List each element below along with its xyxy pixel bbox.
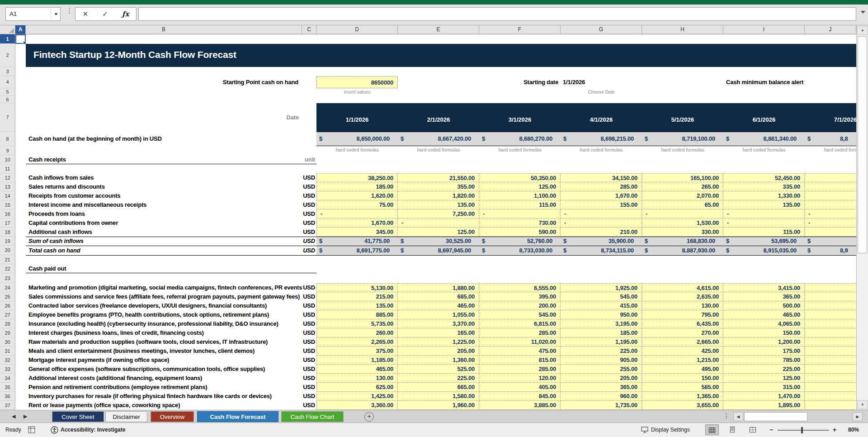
sum-row-value[interactable]: 52,760.00 xyxy=(488,237,557,246)
receipt-row-5-label[interactable]: Proceeds from loans xyxy=(26,209,302,218)
receipt-row-1-value-j[interactable] xyxy=(805,173,856,182)
column-header-B[interactable]: B xyxy=(26,25,302,34)
payout-row-10-value[interactable]: 495.00 xyxy=(642,365,723,374)
row-header-12[interactable]: 12 xyxy=(0,173,15,182)
active-cell-a1[interactable] xyxy=(15,34,26,44)
row-header-15[interactable]: 15 xyxy=(0,200,15,209)
payout-row-2-label[interactable]: Sales commissions and service fees (affi… xyxy=(26,292,302,301)
payout-row-1-value[interactable]: 1,925.00 xyxy=(561,283,642,292)
receipt-row-5-value-j[interactable]: - xyxy=(805,209,856,218)
tab-nav-left-icon[interactable]: ◀ xyxy=(12,413,15,419)
zoom-out-icon[interactable]: − xyxy=(769,426,773,433)
payout-row-6-value[interactable]: 270.00 xyxy=(642,328,723,337)
payout-row-6-value[interactable]: 165.00 xyxy=(398,328,479,337)
payout-row-5-value[interactable]: 3,370.00 xyxy=(398,319,479,328)
receipt-row-3-value[interactable]: 1,620.00 xyxy=(316,191,398,200)
payout-row-6-value[interactable]: 260.00 xyxy=(316,328,398,337)
receipt-row-3-value[interactable]: 2,070.00 xyxy=(642,191,723,200)
payout-row-11-label[interactable]: Additional interest costs (additional fi… xyxy=(26,374,302,383)
row-header-29[interactable]: 29 xyxy=(0,328,15,337)
payout-row-13-value[interactable]: 1,580.00 xyxy=(398,392,479,401)
column-header-C[interactable]: C xyxy=(302,25,316,34)
receipt-row-3-value-j[interactable] xyxy=(805,191,856,200)
payout-row-10-value[interactable]: 465.00 xyxy=(316,365,398,374)
payout-row-4-value[interactable]: 885.00 xyxy=(316,310,398,319)
payout-row-8-value[interactable]: 425.00 xyxy=(642,347,723,356)
payout-row-12-value[interactable]: 315.00 xyxy=(723,383,805,392)
column-header-H[interactable]: H xyxy=(642,25,723,34)
payout-row-14-value[interactable]: 3,655.00 xyxy=(642,401,723,410)
row-header-28[interactable]: 28 xyxy=(0,319,15,328)
zoom-slider-track[interactable] xyxy=(778,430,829,431)
payout-row-11-value[interactable]: 225.00 xyxy=(398,374,479,383)
payout-row-11-value[interactable]: 205.00 xyxy=(561,374,642,383)
spreadsheet-grid[interactable]: ABCDEFGHIJ123456789101112131415161718192… xyxy=(0,25,856,410)
payout-row-10-value[interactable]: 255.00 xyxy=(561,365,642,374)
payout-row-5-value[interactable]: 4,065.00 xyxy=(723,319,805,328)
cash-on-hand-value[interactable]: 8,698,215.00 xyxy=(570,132,638,146)
month-header-2[interactable]: 2/1/2026 xyxy=(398,103,479,132)
payout-row-7-value[interactable]: 11,020.00 xyxy=(479,337,561,347)
receipt-row-4-value[interactable]: 75.00 xyxy=(316,200,398,209)
row-header-7[interactable]: 7 xyxy=(0,103,15,132)
total-row-label[interactable]: Total cash on hand xyxy=(26,246,302,255)
payout-row-13-value[interactable]: 1,365.00 xyxy=(642,392,723,401)
receipt-row-4-value[interactable]: 115.00 xyxy=(479,200,561,209)
sheet-tab-cash-flow-forecast[interactable]: Cash Flow Forecast xyxy=(197,411,278,422)
cancel-icon[interactable]: ✕ xyxy=(83,10,89,18)
new-sheet-icon[interactable]: + xyxy=(364,412,374,422)
payout-row-1-value[interactable]: 4,615.00 xyxy=(642,283,723,292)
column-header-J[interactable]: J xyxy=(805,25,856,34)
row-header-25[interactable]: 25 xyxy=(0,292,15,301)
payout-row-4-value[interactable]: 465.00 xyxy=(723,310,805,319)
receipt-row-6-value[interactable]: 1,670.00 xyxy=(316,218,398,228)
payout-row-12-value[interactable]: 625.00 xyxy=(316,383,398,392)
receipt-row-1-value[interactable]: 34,150.00 xyxy=(561,173,642,182)
column-header-E[interactable]: E xyxy=(398,25,479,34)
total-row-value[interactable]: 8,697,945.00 xyxy=(407,246,475,255)
row-header-26[interactable]: 26 xyxy=(0,301,15,310)
payout-row-1-value[interactable]: 3,415.00 xyxy=(723,283,805,292)
receipt-row-5-value[interactable]: - xyxy=(316,209,398,218)
receipt-row-7-value[interactable]: 330.00 xyxy=(642,228,723,237)
vertical-scrollbar[interactable]: ▲ ▼ xyxy=(856,25,868,410)
payout-row-14-value[interactable]: 1,735.00 xyxy=(561,401,642,410)
payout-row-1-value[interactable]: 5,130.00 xyxy=(316,283,398,292)
payout-row-5-value[interactable]: 3,195.00 xyxy=(561,319,642,328)
zoom-in-icon[interactable]: + xyxy=(833,426,836,433)
payout-row-8-value[interactable]: 225.00 xyxy=(561,347,642,356)
column-header-D[interactable]: D xyxy=(316,25,398,34)
normal-view-button[interactable] xyxy=(705,424,719,435)
payout-row-2-value[interactable]: 2,635.00 xyxy=(642,292,723,301)
sum-row-value[interactable]: 41,775.00 xyxy=(326,237,394,246)
insert-function-icon[interactable]: ƒx xyxy=(122,10,129,18)
payout-row-5-value[interactable]: 6,815.00 xyxy=(479,319,561,328)
payout-row-7-value[interactable]: 1,200.00 xyxy=(723,337,805,347)
cash-on-hand-value[interactable]: 8,861,340.00 xyxy=(732,132,801,146)
payout-row-4-value[interactable]: 545.00 xyxy=(479,310,561,319)
payout-row-4-value[interactable]: 795.00 xyxy=(642,310,723,319)
payout-row-8-label[interactable]: Meals and client entertainment (business… xyxy=(26,347,302,356)
receipt-row-4-label[interactable]: Interest income and miscellaneous receip… xyxy=(26,200,302,209)
display-settings-label[interactable]: Display Settings xyxy=(651,427,690,433)
payout-row-11-value[interactable]: 120.00 xyxy=(479,374,561,383)
receipt-row-2-label[interactable]: Sales returns and discounts xyxy=(26,182,302,191)
payout-row-6-value[interactable]: 185.00 xyxy=(561,328,642,337)
row-header-21[interactable]: 21 xyxy=(0,255,15,264)
page-layout-view-button[interactable] xyxy=(726,424,739,435)
row-header-32[interactable]: 32 xyxy=(0,356,15,365)
column-header-A[interactable]: A xyxy=(15,25,26,34)
row-header-22[interactable]: 22 xyxy=(0,264,15,273)
row-header-36[interactable]: 36 xyxy=(0,392,15,401)
payout-row-5-value-j[interactable] xyxy=(805,319,856,328)
payout-row-7-value[interactable]: 1,195.00 xyxy=(561,337,642,347)
payout-row-4-value[interactable]: 950.00 xyxy=(561,310,642,319)
payout-row-12-value[interactable]: 365.00 xyxy=(561,383,642,392)
receipt-row-2-value[interactable]: 355.00 xyxy=(398,182,479,191)
receipt-row-6-label[interactable]: Capital contributions from owner xyxy=(26,218,302,228)
payout-row-14-value[interactable]: 1,895.00 xyxy=(723,401,805,410)
payout-row-3-value[interactable]: 130.00 xyxy=(642,301,723,310)
payout-row-2-value[interactable]: 685.00 xyxy=(398,292,479,301)
payout-row-8-value[interactable]: 475.00 xyxy=(479,347,561,356)
receipt-row-6-value[interactable]: 730.00 xyxy=(479,218,561,228)
